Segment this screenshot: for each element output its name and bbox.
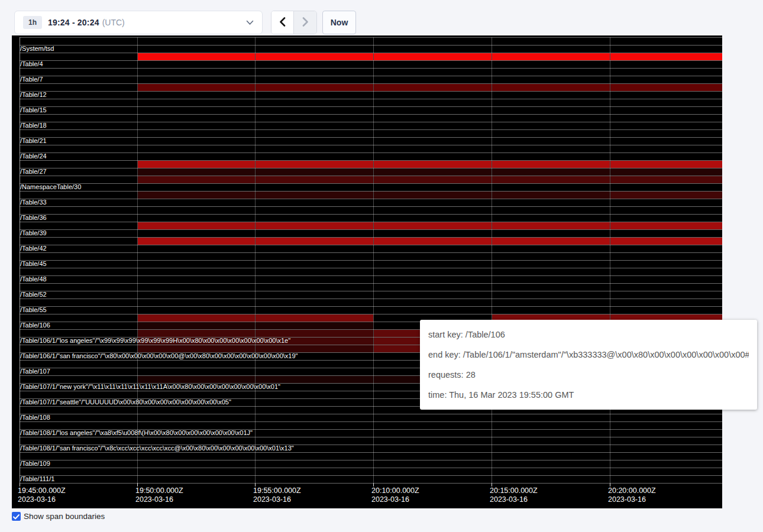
range-preset-chip: 1h — [23, 16, 42, 29]
heat-band — [138, 330, 255, 337]
axis-date: 2023-03-16 — [18, 495, 66, 504]
span-boundary-line — [20, 252, 722, 253]
heat-band — [492, 176, 610, 183]
time-nav-group — [271, 11, 317, 34]
span-boundary-line — [20, 114, 722, 115]
axis-date: 2023-03-16 — [608, 495, 656, 504]
heat-band — [374, 84, 492, 91]
time-bucket-line — [492, 37, 492, 483]
tooltip-start-key: start key: /Table/106 — [428, 325, 749, 345]
chevron-left-icon — [279, 17, 286, 28]
heat-band — [256, 168, 373, 176]
heat-band — [256, 330, 373, 337]
next-range-button[interactable] — [294, 11, 316, 34]
checkbox-label: Show span boundaries — [24, 512, 105, 521]
tooltip-end-key: end key: /Table/106/1/"amsterdam"/"\xb33… — [428, 345, 749, 365]
row-label: /Table/52 — [20, 291, 47, 299]
axis-date: 2023-03-16 — [253, 495, 301, 504]
now-button[interactable]: Now — [322, 11, 356, 34]
axis-date: 2023-03-16 — [135, 495, 183, 504]
range-timezone: (UTC) — [102, 18, 125, 27]
heat-band — [256, 238, 373, 245]
heat-band — [138, 168, 255, 176]
row-label: /Table/7 — [20, 76, 43, 83]
span-boundary-line — [20, 306, 722, 307]
row-label: /Table/108/1/"los angeles"/"\xa8\xf5\u00… — [20, 429, 253, 437]
span-boundary-line — [20, 229, 722, 230]
heat-band — [374, 168, 492, 176]
row-label: /Table/4 — [20, 60, 43, 68]
span-boundary-line — [20, 452, 722, 453]
heat-band — [256, 192, 373, 199]
span-boundaries-checkbox[interactable] — [12, 512, 21, 521]
heat-band — [610, 161, 722, 168]
axis-label: 19:50:00.000Z2023-03-16 — [135, 486, 183, 504]
row-label: /Table/111/1 — [20, 475, 54, 483]
row-label: /Table/18 — [20, 122, 47, 129]
span-boundary-line — [20, 421, 722, 422]
span-boundary-line — [20, 76, 722, 76]
row-label: /Table/106/1/"san francisco"/"\x80\x00\x… — [20, 352, 298, 360]
heat-band — [138, 53, 255, 60]
row-label: /Table/107/1/"seattle"/"UUUUUUD\x00\x80\… — [20, 398, 231, 406]
heat-band — [256, 314, 373, 322]
row-label: /NamespaceTable/30 — [20, 183, 81, 191]
tooltip-requests: requests: 28 — [428, 365, 749, 385]
row-label: /Table/108/1/"san francisco"/"\x8c\xcc\x… — [20, 445, 294, 452]
span-boundary-line — [20, 153, 722, 153]
heat-band — [138, 192, 255, 199]
span-boundary-line — [20, 68, 722, 69]
span-boundary-line — [20, 414, 722, 414]
heat-band — [610, 222, 722, 229]
key-visualizer-canvas[interactable]: /System/tsd/Table/4/Table/7/Table/12/Tab… — [12, 35, 722, 508]
span-boundary-line — [20, 468, 722, 468]
row-label: /Table/107 — [20, 368, 50, 375]
span-boundary-line — [20, 122, 722, 122]
span-boundary-line — [20, 299, 722, 299]
prev-range-button[interactable] — [271, 11, 294, 34]
span-boundary-line — [20, 91, 722, 92]
heat-band — [492, 238, 610, 245]
span-boundary-line — [20, 460, 722, 460]
span-boundary-line — [20, 45, 722, 46]
heat-band — [492, 168, 610, 176]
span-boundary-line — [20, 245, 722, 245]
chevron-right-icon — [302, 17, 309, 28]
span-boundary-line — [20, 475, 722, 476]
chevron-down-icon — [246, 20, 254, 25]
heat-band — [256, 176, 373, 183]
row-label: /Table/24 — [20, 153, 47, 160]
heat-band — [138, 161, 255, 168]
heat-band — [256, 53, 373, 60]
row-label: /Table/107/1/"new york"/"\x11\x11\x11\x1… — [20, 383, 280, 391]
axis-date: 2023-03-16 — [490, 495, 538, 504]
axis-time: 20:10:00.000Z — [371, 486, 419, 495]
heat-band — [138, 238, 255, 245]
span-boundary-line — [20, 214, 722, 215]
time-bucket-line — [610, 37, 610, 483]
span-boundary-line — [20, 291, 722, 291]
axis-label: 19:55:00.000Z2023-03-16 — [253, 486, 301, 504]
time-range-picker[interactable]: 1h 19:24 - 20:24 (UTC) — [14, 11, 263, 34]
axis-date: 2023-03-16 — [371, 495, 419, 504]
span-boundary-line — [20, 37, 722, 38]
span-boundary-line — [20, 60, 722, 61]
heat-band — [374, 238, 492, 245]
span-boundary-line — [20, 260, 722, 261]
heat-band — [610, 168, 722, 176]
span-boundary-line — [20, 199, 722, 199]
span-boundary-line — [20, 283, 722, 284]
time-bucket-line — [137, 37, 138, 483]
heat-band — [492, 161, 610, 168]
row-label: /Table/45 — [20, 260, 47, 268]
axis-time: 19:45:00.000Z — [18, 486, 66, 495]
span-boundary-line — [20, 129, 722, 130]
heat-band — [374, 222, 492, 229]
span-boundary-line — [20, 483, 722, 484]
heat-band — [374, 176, 492, 183]
row-label: /Table/39 — [20, 229, 47, 237]
key-visualizer-page: 1h 19:24 - 20:24 (UTC) Now /System/tsd/T… — [0, 0, 763, 532]
axis-label: 20:10:00.000Z2023-03-16 — [371, 486, 419, 504]
span-boundary-line — [20, 145, 722, 145]
heat-band — [138, 314, 255, 322]
